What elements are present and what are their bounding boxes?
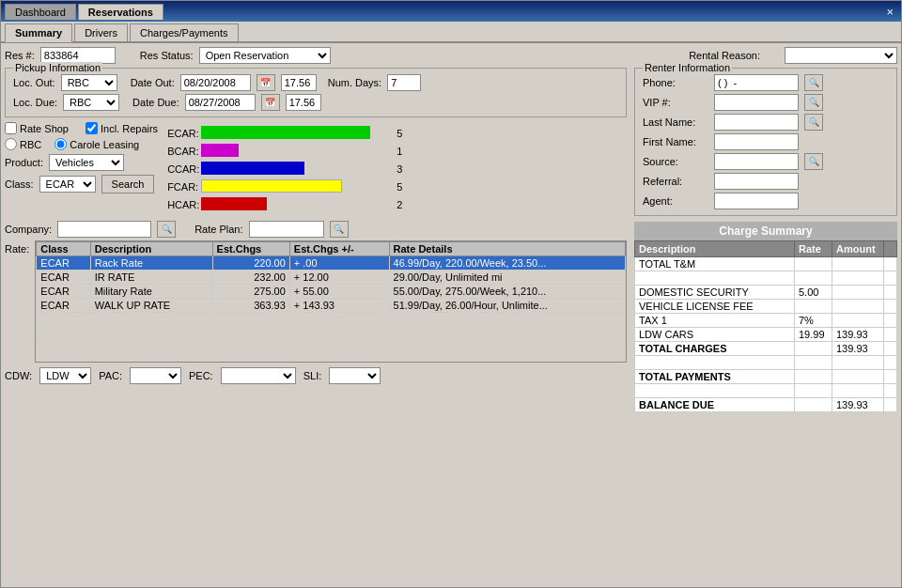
sli-label: SLI: <box>303 370 322 381</box>
date-out-calendar-icon[interactable]: 📅 <box>257 74 275 91</box>
cell-rate-details: 51.99/Day, 26.00/Hour, Unlimite... <box>389 299 625 313</box>
rate-table-scroll[interactable]: Class Description Est.Chgs Est.Chgs +/- … <box>35 240 627 363</box>
cell-est-chgs: 275.00 <box>212 285 289 299</box>
charge-row: VEHICLE LICENSE FEE <box>635 300 897 314</box>
source-search-icon[interactable]: 🔍 <box>804 153 823 170</box>
res-status-label: Res Status: <box>140 50 194 61</box>
incl-repairs-checkbox[interactable] <box>86 122 98 134</box>
phone-search-icon[interactable]: 🔍 <box>804 74 823 91</box>
carole-leasing-radio[interactable] <box>54 138 67 150</box>
incl-repairs-checkbox-label[interactable]: Incl. Repairs <box>86 122 158 134</box>
rate-shop-checkbox[interactable] <box>5 122 17 134</box>
agent-input[interactable] <box>714 193 799 209</box>
bar-fcar-container <box>201 179 389 194</box>
bar-fcar-count: 5 <box>397 181 402 193</box>
charge-row: LDW CARS 19.99 139.93 <box>635 328 897 342</box>
vip-input[interactable] <box>714 94 799 111</box>
pec-label: PEC: <box>189 370 213 381</box>
charge-rate: 7% <box>795 314 832 328</box>
agent-label: Agent: <box>643 195 708 207</box>
carole-leasing-radio-label[interactable]: Carole Leasing <box>54 138 139 150</box>
charge-scroll <box>884 257 897 271</box>
bottom-dropdowns: CDW: LDW PAC: PEC: SLI: <box>5 365 627 384</box>
rbc-radio[interactable] <box>5 138 17 150</box>
charge-amount <box>832 257 884 271</box>
time-due-input[interactable] <box>286 94 321 111</box>
vip-search-icon[interactable]: 🔍 <box>804 94 823 111</box>
tab-dashboard[interactable]: Dashboard <box>5 4 76 20</box>
time-out-input[interactable] <box>281 74 317 91</box>
product-row: Product: Vehicles <box>5 154 158 171</box>
lastname-input[interactable] <box>714 114 799 131</box>
cell-est-diff: + 12.00 <box>289 271 389 285</box>
table-row[interactable] <box>37 313 626 327</box>
source-input[interactable] <box>714 153 799 170</box>
charge-amount: 139.93 <box>832 342 884 356</box>
search-button[interactable]: Search <box>101 175 155 193</box>
pec-select[interactable] <box>221 367 296 384</box>
checkbox-row: Rate Shop Incl. Repairs <box>5 122 158 134</box>
table-row[interactable]: ECAR IR RATE 232.00 + 12.00 29.00/Day, U… <box>37 271 626 285</box>
firstname-input[interactable] <box>714 133 799 150</box>
rbc-radio-label[interactable]: RBC <box>5 138 41 150</box>
close-button[interactable]: × <box>882 5 897 19</box>
source-label: Source: <box>643 156 708 167</box>
table-row[interactable]: ECAR Military Rate 275.00 + 55.00 55.00/… <box>37 285 626 299</box>
rate-table-header: Class Description Est.Chgs Est.Chgs +/- … <box>37 242 626 256</box>
charge-row: DOMESTIC SECURITY 5.00 <box>635 286 897 300</box>
num-days-input[interactable] <box>387 74 421 91</box>
date-due-input[interactable] <box>185 94 256 111</box>
sli-select[interactable] <box>329 367 381 384</box>
charge-scroll <box>884 271 897 286</box>
bar-bcar-count: 1 <box>397 146 402 157</box>
lastname-row: Last Name: 🔍 <box>643 114 889 131</box>
company-search-icon[interactable]: 🔍 <box>157 221 176 238</box>
date-due-calendar-icon[interactable]: 📅 <box>261 94 280 111</box>
charge-desc <box>635 356 795 370</box>
charge-summary-section: Charge Summary Description Rate Amount <box>634 222 897 412</box>
lastname-search-icon[interactable]: 🔍 <box>804 114 823 131</box>
charge-amount <box>832 356 884 370</box>
pac-select[interactable] <box>130 367 181 384</box>
col-class: Class <box>37 242 90 256</box>
tab-drivers[interactable]: Drivers <box>74 23 128 41</box>
radio-row: RBC Carole Leasing <box>5 138 158 150</box>
phone-input[interactable] <box>714 74 799 91</box>
rental-reason-select[interactable] <box>785 47 897 64</box>
right-panel: Renter Information Phone: 🔍 VIP #: 🔍 Las… <box>634 68 897 412</box>
res-status-select[interactable]: Open Reservation <box>199 47 331 64</box>
cell-rate-details: 29.00/Day, Unlimited mi <box>389 271 625 285</box>
bar-ecar-count: 5 <box>397 128 402 139</box>
tab-summary[interactable]: Summary <box>5 23 72 42</box>
cell-est-chgs: 220.00 <box>212 256 289 271</box>
company-input[interactable] <box>57 221 151 238</box>
product-select[interactable]: Vehicles <box>49 154 124 171</box>
cell-description: IR RATE <box>90 271 212 285</box>
charge-rate <box>795 271 832 286</box>
class-label: Class: <box>5 178 34 190</box>
loc-due-select[interactable]: RBC <box>63 94 119 111</box>
loc-due-row: Loc. Due: RBC Date Due: 📅 <box>13 94 618 111</box>
rate-plan-input[interactable] <box>249 221 324 238</box>
charge-amount <box>832 384 884 398</box>
charge-scroll <box>884 328 897 342</box>
cell-class: ECAR <box>37 285 90 299</box>
referral-input[interactable] <box>714 173 799 190</box>
rate-shop-checkbox-label[interactable]: Rate Shop <box>5 122 69 134</box>
title-bar: Dashboard Reservations × <box>1 1 901 22</box>
table-row[interactable]: ECAR Rack Rate 220.00 + .00 46.99/Day, 2… <box>37 256 626 271</box>
vip-row: VIP #: 🔍 <box>643 94 889 111</box>
table-row[interactable] <box>37 327 626 341</box>
class-select[interactable]: ECAR <box>39 176 96 193</box>
charge-row-balance-due: BALANCE DUE 139.93 <box>635 398 897 412</box>
rate-plan-search-icon[interactable]: 🔍 <box>330 221 349 238</box>
table-row[interactable]: ECAR WALK UP RATE 363.93 + 143.93 51.99/… <box>37 299 626 313</box>
loc-out-select[interactable]: RBC <box>61 74 117 91</box>
tab-charges-payments[interactable]: Charges/Payments <box>130 23 239 41</box>
tab-reservations[interactable]: Reservations <box>78 4 163 20</box>
date-out-input[interactable] <box>180 74 251 91</box>
col-scroll <box>884 241 897 257</box>
col-description: Description <box>635 241 795 257</box>
cdw-select[interactable]: LDW <box>39 367 91 384</box>
charge-scroll <box>884 314 897 328</box>
